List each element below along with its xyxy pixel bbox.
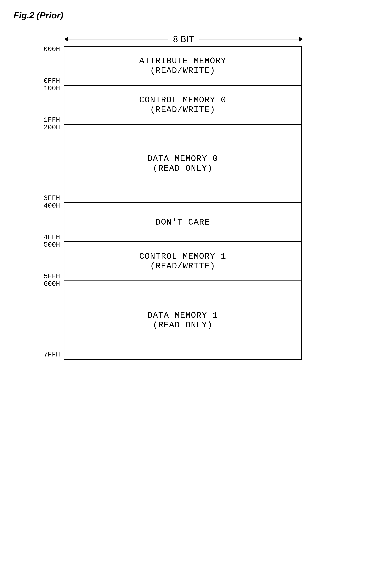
addr-block-attr: 000H0FFH xyxy=(34,46,62,85)
mem-subtitle-data1: (READ ONLY) xyxy=(66,320,299,330)
addr-top-attr: 000H xyxy=(44,46,60,53)
mem-title-attr: ATTRIBUTE MEMORY xyxy=(66,56,299,66)
mem-subtitle-data0: (READ ONLY) xyxy=(66,164,299,173)
mem-subtitle-ctrl0: (READ/WRITE) xyxy=(66,105,299,115)
addr-block-data0: 200H3FFH xyxy=(34,124,62,202)
figure-title: Fig.2 (Prior) xyxy=(14,10,364,20)
addr-bot-dont: 4FFH xyxy=(44,233,60,241)
addr-block-data1: 600H7FFH xyxy=(34,280,62,359)
addr-bot-data1: 7FFH xyxy=(44,351,60,359)
address-labels: 000H0FFH100H1FFH200H3FFH400H4FFH500H5FFH… xyxy=(34,46,64,360)
addr-top-ctrl1: 500H xyxy=(44,241,60,249)
mem-title-data1: DATA MEMORY 1 xyxy=(66,311,299,320)
mem-title-data0: DATA MEMORY 0 xyxy=(66,154,299,164)
addr-top-dont: 400H xyxy=(44,202,60,210)
memory-row-dont: DON'T CARE xyxy=(64,203,301,242)
memory-row-data0: DATA MEMORY 0(READ ONLY) xyxy=(64,125,301,203)
diagram-container: 8 BIT 000H0FFH100H1FFH200H3FFH400H4FFH50… xyxy=(34,34,364,360)
addr-bot-ctrl1: 5FFH xyxy=(44,273,60,280)
addr-bot-attr: 0FFH xyxy=(44,77,60,85)
addr-bot-ctrl0: 1FFH xyxy=(44,116,60,124)
memory-row-ctrl1: CONTROL MEMORY 1(READ/WRITE) xyxy=(64,242,301,281)
bit-arrow-row: 8 BIT xyxy=(65,34,303,44)
mem-title-ctrl1: CONTROL MEMORY 1 xyxy=(66,252,299,261)
memory-row-attr: ATTRIBUTE MEMORY(READ/WRITE) xyxy=(64,47,301,86)
addr-top-data0: 200H xyxy=(44,124,60,132)
bit-label: 8 BIT xyxy=(168,34,199,44)
memory-row-ctrl0: CONTROL MEMORY 0(READ/WRITE) xyxy=(64,86,301,125)
mem-title-dont: DON'T CARE xyxy=(66,218,299,227)
memory-table: ATTRIBUTE MEMORY(READ/WRITE)CONTROL MEMO… xyxy=(64,46,302,360)
addr-top-data1: 600H xyxy=(44,280,60,288)
mem-subtitle-attr: (READ/WRITE) xyxy=(66,66,299,75)
arrow-right xyxy=(199,39,303,40)
bit-arrow: 8 BIT xyxy=(65,34,303,44)
mem-subtitle-ctrl1: (READ/WRITE) xyxy=(66,261,299,271)
addr-block-dont: 400H4FFH xyxy=(34,202,62,241)
memory-layout: 000H0FFH100H1FFH200H3FFH400H4FFH500H5FFH… xyxy=(34,46,302,360)
addr-block-ctrl0: 100H1FFH xyxy=(34,85,62,124)
addr-top-ctrl0: 100H xyxy=(44,85,60,93)
mem-title-ctrl0: CONTROL MEMORY 0 xyxy=(66,95,299,105)
memory-row-data1: DATA MEMORY 1(READ ONLY) xyxy=(64,281,301,359)
addr-block-ctrl1: 500H5FFH xyxy=(34,241,62,280)
addr-bot-data0: 3FFH xyxy=(44,194,60,202)
arrow-left xyxy=(65,39,168,40)
